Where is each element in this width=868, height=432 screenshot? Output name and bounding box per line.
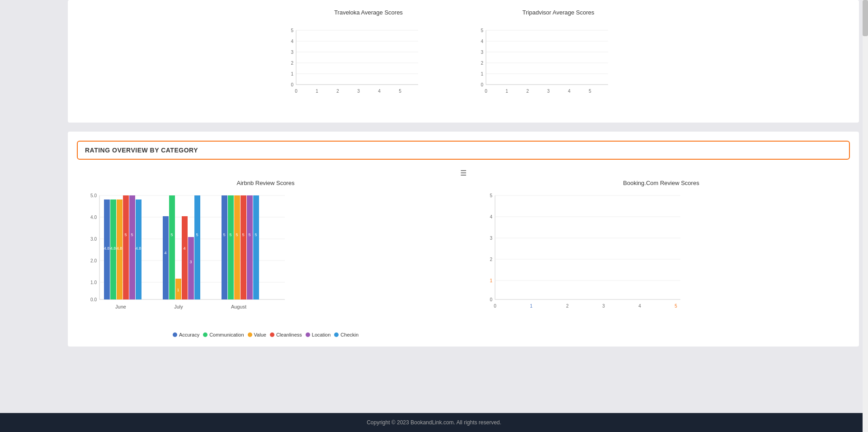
airbnb-chart-title: Airbnb Review Scores xyxy=(77,180,454,186)
scrollbar-thumb[interactable] xyxy=(863,0,868,36)
airbnb-bar-svg: 5.0 4.0 3.0 2.0 1.0 0.0 4.8 4.8 xyxy=(77,191,294,327)
svg-text:3: 3 xyxy=(547,89,550,94)
svg-text:June: June xyxy=(115,304,126,309)
legend-location: Location xyxy=(306,332,331,337)
traveloka-svg: 5 4 3 2 1 0 0 1 2 3 4 5 xyxy=(283,21,418,112)
svg-rect-81 xyxy=(228,195,234,299)
svg-text:4: 4 xyxy=(291,39,293,44)
svg-text:2: 2 xyxy=(526,89,529,94)
svg-text:5: 5 xyxy=(170,233,173,237)
svg-rect-68 xyxy=(169,195,175,299)
booking-chart: Booking.Com Review Scores 5 4 3 xyxy=(472,180,850,337)
svg-text:5: 5 xyxy=(255,233,257,237)
svg-text:3: 3 xyxy=(490,236,492,241)
booking-bar-svg: 5 4 3 2 1 0 0 1 2 3 4 5 xyxy=(472,191,689,327)
traveloka-title: Traveloka Average Scores xyxy=(283,9,454,16)
svg-rect-87 xyxy=(247,195,253,299)
svg-text:5: 5 xyxy=(131,233,133,237)
svg-text:5: 5 xyxy=(675,304,677,309)
section-header: RATING OVERVIEW BY CATEGORY xyxy=(77,141,850,160)
svg-text:5: 5 xyxy=(196,233,198,237)
svg-rect-66 xyxy=(163,216,169,299)
svg-text:2: 2 xyxy=(481,61,483,66)
svg-text:0: 0 xyxy=(494,304,496,309)
svg-text:1: 1 xyxy=(505,89,508,94)
svg-text:August: August xyxy=(231,304,246,309)
svg-text:4: 4 xyxy=(638,304,641,309)
booking-chart-title: Booking.Com Review Scores xyxy=(472,180,850,186)
svg-text:4: 4 xyxy=(481,39,483,44)
footer: Copyright © 2023 BookandLink.com. All ri… xyxy=(0,413,868,432)
svg-text:July: July xyxy=(174,304,183,309)
airbnb-chart: Airbnb Review Scores 5.0 4.0 3.0 xyxy=(77,180,454,337)
svg-text:5.0: 5.0 xyxy=(90,193,97,198)
traveloka-chart: Traveloka Average Scores 5 4 3 xyxy=(283,9,454,114)
scrollbar[interactable] xyxy=(863,0,868,432)
svg-text:5: 5 xyxy=(124,233,127,237)
legend-checkin: Checkin xyxy=(334,332,359,337)
svg-text:3: 3 xyxy=(481,50,483,55)
svg-text:0: 0 xyxy=(291,82,293,87)
svg-text:0: 0 xyxy=(490,297,492,302)
svg-text:1: 1 xyxy=(177,288,179,292)
svg-text:2: 2 xyxy=(336,89,339,94)
svg-text:5: 5 xyxy=(229,233,231,237)
svg-text:5: 5 xyxy=(236,233,238,237)
svg-text:1: 1 xyxy=(481,71,483,76)
svg-text:5: 5 xyxy=(242,233,244,237)
svg-text:4: 4 xyxy=(164,251,166,255)
svg-text:2: 2 xyxy=(566,304,569,309)
svg-text:5: 5 xyxy=(223,233,225,237)
svg-text:4.8: 4.8 xyxy=(110,246,116,251)
svg-text:5: 5 xyxy=(399,89,401,94)
svg-text:1.0: 1.0 xyxy=(90,280,97,285)
svg-text:4.8: 4.8 xyxy=(117,246,123,251)
svg-text:0: 0 xyxy=(295,89,297,94)
svg-rect-85 xyxy=(241,195,246,299)
chart-legend: Accuracy Communication Value Cleanliness xyxy=(77,332,454,337)
svg-text:1: 1 xyxy=(490,278,492,283)
svg-rect-79 xyxy=(222,195,227,299)
svg-text:3: 3 xyxy=(602,304,605,309)
tripadvisor-title: Tripadvisor Average Scores xyxy=(472,9,644,16)
svg-text:3.0: 3.0 xyxy=(90,237,97,242)
top-charts-section: Traveloka Average Scores 5 4 3 xyxy=(68,0,859,123)
svg-text:2: 2 xyxy=(291,61,293,66)
svg-text:0.0: 0.0 xyxy=(90,297,97,302)
menu-icon[interactable]: ☰ xyxy=(460,169,467,177)
svg-text:5: 5 xyxy=(248,233,250,237)
legend-value: Value xyxy=(248,332,266,337)
legend-communication: Communication xyxy=(203,332,244,337)
svg-text:1: 1 xyxy=(291,71,293,76)
svg-text:5: 5 xyxy=(490,193,492,198)
svg-text:5: 5 xyxy=(291,28,293,33)
svg-text:5: 5 xyxy=(589,89,591,94)
legend-accuracy: Accuracy xyxy=(173,332,199,337)
svg-text:0: 0 xyxy=(481,82,483,87)
svg-rect-59 xyxy=(123,195,129,299)
svg-text:4: 4 xyxy=(568,89,571,94)
svg-text:3: 3 xyxy=(291,50,293,55)
svg-text:1: 1 xyxy=(530,304,533,309)
section-header-title: RATING OVERVIEW BY CATEGORY xyxy=(85,147,198,154)
svg-text:4.0: 4.0 xyxy=(90,215,97,220)
svg-text:3: 3 xyxy=(189,260,192,264)
svg-text:4: 4 xyxy=(183,246,185,251)
svg-rect-74 xyxy=(188,237,194,299)
svg-text:0: 0 xyxy=(485,89,487,94)
svg-text:2.0: 2.0 xyxy=(90,258,97,263)
svg-rect-72 xyxy=(182,216,188,299)
rating-section: RATING OVERVIEW BY CATEGORY ☰ Airbnb Rev… xyxy=(68,132,859,347)
svg-text:4.8: 4.8 xyxy=(136,246,142,251)
svg-text:3: 3 xyxy=(357,89,360,94)
svg-text:4: 4 xyxy=(378,89,381,94)
footer-text: Copyright © 2023 BookandLink.com. All ri… xyxy=(367,419,501,426)
svg-rect-83 xyxy=(234,195,240,299)
svg-text:4.8: 4.8 xyxy=(104,246,110,251)
svg-rect-89 xyxy=(253,195,259,299)
svg-rect-76 xyxy=(194,195,200,299)
tripadvisor-chart: Tripadvisor Average Scores 5 4 3 2 1 0 xyxy=(472,9,644,114)
svg-text:2: 2 xyxy=(490,257,492,262)
svg-text:1: 1 xyxy=(316,89,318,94)
svg-rect-61 xyxy=(129,195,135,299)
